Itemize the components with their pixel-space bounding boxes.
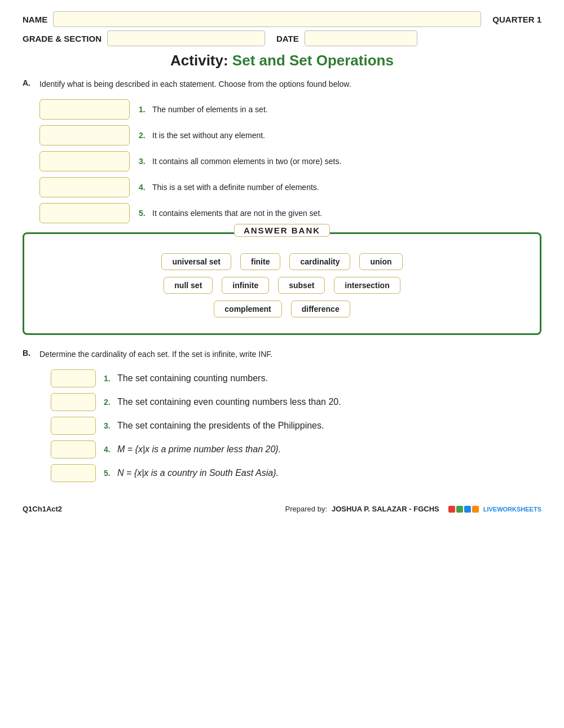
answer-bank-title: ANSWER BANK — [234, 224, 330, 237]
q-num-b-1: 1. — [104, 374, 113, 383]
logo-orange — [472, 506, 479, 513]
answer-chip-intersection[interactable]: intersection — [334, 277, 400, 294]
liveworksheets-text: LIVEWORKSHEETS — [483, 506, 541, 513]
answer-box-a-2[interactable] — [39, 125, 130, 145]
section-b-header: B. Determine the cardinality of each set… — [23, 348, 541, 366]
math-text-b-4: M = {x|x is a prime number less than 20}… — [117, 444, 281, 455]
date-input[interactable] — [305, 30, 417, 46]
q-text-a-4: This is a set with a definite number of … — [152, 183, 319, 192]
answer-bank-row-3: complementdifference — [36, 301, 528, 317]
answer-box-b-3[interactable] — [51, 417, 96, 435]
section-a-questions: 1. The number of elements in a set. 2. I… — [39, 99, 541, 223]
page-title: Activity: Set and Set Operations — [23, 52, 541, 69]
answer-chip-infinite[interactable]: infinite — [222, 277, 269, 294]
prepared-label: Prepared by: — [285, 505, 327, 513]
answer-box-b-2[interactable] — [51, 393, 96, 411]
answer-chip-cardinality[interactable]: cardinality — [289, 253, 350, 270]
name-left: NAME — [23, 11, 481, 27]
footer-code: Q1Ch1Act2 — [23, 505, 62, 513]
q-text-a-3: It contains all common elements in two (… — [152, 157, 341, 166]
answer-box-b-4[interactable] — [51, 440, 96, 458]
math-text-b-5: N = {x|x is a country in South East Asia… — [117, 468, 279, 478]
grade-input[interactable] — [107, 30, 265, 46]
q-num-b-3: 3. — [104, 421, 113, 430]
logo-red — [448, 506, 455, 513]
q-num-a-3: 3. — [139, 157, 148, 166]
q-text-a-1: The number of elements in a set. — [152, 105, 268, 114]
grade-row: GRADE & SECTION DATE — [23, 30, 541, 46]
answer-bank-inner: universal setfinitecardinalityunion null… — [36, 243, 528, 317]
logo-blue — [464, 506, 471, 513]
q-text-b-3: The set containing the presidents of the… — [117, 421, 324, 431]
name-input[interactable] — [53, 11, 481, 27]
answer-chip-finite[interactable]: finite — [240, 253, 280, 270]
q-text-a-2: It is the set without any element. — [152, 131, 265, 140]
grade-label: GRADE & SECTION — [23, 34, 102, 43]
section-a-question-2: 2. It is the set without any element. — [39, 125, 541, 145]
name-row: NAME QUARTER 1 — [23, 11, 541, 27]
answer-bank-row-1: universal setfinitecardinalityunion — [36, 253, 528, 270]
answer-box-a-1[interactable] — [39, 99, 130, 120]
q-text-b-1: The set containing counting numbers. — [117, 373, 268, 383]
logo-green — [456, 506, 463, 513]
answer-chip-union[interactable]: union — [359, 253, 402, 270]
section-a-question-3: 3. It contains all common elements in tw… — [39, 151, 541, 171]
section-a-question-5: 5. It contains elements that are not in … — [39, 203, 541, 223]
section-a-question-4: 4. This is a set with a definite number … — [39, 177, 541, 197]
answer-box-b-1[interactable] — [51, 369, 96, 387]
answer-chip-complement[interactable]: complement — [214, 301, 281, 317]
answer-bank: ANSWER BANK universal setfinitecardinali… — [23, 232, 541, 335]
answer-box-b-5[interactable] — [51, 464, 96, 482]
liveworksheets-logo — [448, 506, 479, 513]
section-b-question-4: 4. M = {x|x is a prime number less than … — [51, 440, 541, 458]
section-b-instruction: Determine the cardinality of each set. I… — [39, 348, 272, 360]
section-b: B. Determine the cardinality of each set… — [23, 348, 541, 482]
footer-right: Prepared by: JOSHUA P. SALAZAR - FGCHS L… — [285, 505, 541, 513]
date-label: DATE — [276, 34, 299, 43]
author-name: JOSHUA P. SALAZAR - FGCHS — [332, 505, 439, 513]
section-a-header: A. Identify what is being described in e… — [23, 78, 541, 96]
answer-box-a-3[interactable] — [39, 151, 130, 171]
quarter-label: QUARTER 1 — [492, 15, 541, 24]
section-a-question-1: 1. The number of elements in a set. — [39, 99, 541, 120]
section-b-question-3: 3. The set containing the presidents of … — [51, 417, 541, 435]
q-num-b-2: 2. — [104, 398, 113, 407]
q-text-b-2: The set containing even counting numbers… — [117, 397, 341, 407]
q-num-a-1: 1. — [139, 105, 148, 114]
q-num-a-2: 2. — [139, 131, 148, 140]
answer-chip-subset[interactable]: subset — [278, 277, 325, 294]
q-num-a-5: 5. — [139, 209, 148, 218]
section-a: A. Identify what is being described in e… — [23, 78, 541, 335]
title-green: Set and Set Operations — [232, 52, 394, 69]
footer: Q1Ch1Act2 Prepared by: JOSHUA P. SALAZAR… — [23, 499, 541, 513]
section-b-question-5: 5. N = {x|x is a country in South East A… — [51, 464, 541, 482]
answer-box-a-4[interactable] — [39, 177, 130, 197]
answer-chip-universal-set[interactable]: universal set — [161, 253, 231, 270]
answer-bank-row-2: null setinfinitesubsetintersection — [36, 277, 528, 294]
section-b-letter: B. — [23, 348, 34, 358]
section-b-question-2: 2. The set containing even counting numb… — [51, 393, 541, 411]
title-black: Activity: — [170, 52, 232, 69]
answer-chip-difference[interactable]: difference — [291, 301, 350, 317]
section-a-letter: A. — [23, 78, 34, 87]
section-b-questions: 1. The set containing counting numbers. … — [51, 369, 541, 482]
header: NAME QUARTER 1 GRADE & SECTION DATE — [23, 11, 541, 46]
q-num-b-4: 4. — [104, 445, 113, 454]
q-num-a-4: 4. — [139, 183, 148, 192]
name-label: NAME — [23, 15, 47, 24]
q-text-a-5: It contains elements that are not in the… — [152, 209, 322, 218]
q-num-b-5: 5. — [104, 469, 113, 478]
section-b-question-1: 1. The set containing counting numbers. — [51, 369, 541, 387]
answer-box-a-5[interactable] — [39, 203, 130, 223]
section-a-instruction: Identify what is being described in each… — [39, 78, 351, 90]
answer-chip-null-set[interactable]: null set — [164, 277, 213, 294]
